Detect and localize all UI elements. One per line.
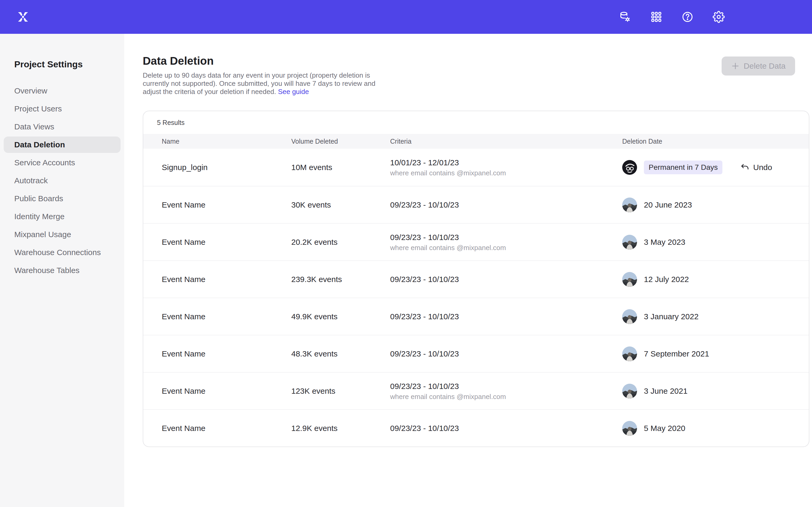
row-volume: 20.2K events: [291, 238, 390, 247]
photo-avatar: [622, 198, 637, 212]
delete-data-button-label: Delete Data: [744, 61, 785, 70]
illustrated-avatar: [622, 160, 637, 175]
photo-avatar: [622, 421, 637, 436]
page-title: Data Deletion: [143, 54, 379, 68]
row-criteria-range: 09/23/23 - 10/10/23: [390, 382, 622, 391]
page-description-text: Delete up to 90 days data for any event …: [143, 71, 375, 96]
sidebar-item-data-views[interactable]: Data Views: [4, 119, 120, 135]
deletion-date: 20 June 2023: [644, 201, 692, 209]
sidebar-item-identity-merge[interactable]: Identity Merge: [4, 208, 120, 225]
row-criteria: 09/23/23 - 10/10/23: [390, 312, 622, 321]
results-count: 5 Results: [143, 111, 809, 134]
row-criteria: 09/23/23 - 10/10/23 where email contains…: [390, 382, 622, 401]
row-name: Event Name: [162, 424, 291, 433]
help-icon[interactable]: [681, 11, 694, 23]
row-name: Event Name: [162, 201, 291, 209]
row-deletion-date: 7 September 2021: [622, 346, 809, 361]
sidebar-item-warehouse-connections[interactable]: Warehouse Connections: [4, 244, 120, 261]
row-deletion-date: Permanent in 7 DaysUndo: [622, 160, 809, 175]
photo-avatar: [622, 235, 637, 249]
deletion-date: 3 June 2021: [644, 387, 688, 396]
row-name: Event Name: [162, 387, 291, 396]
photo-avatar: [622, 384, 637, 398]
delete-data-button[interactable]: Delete Data: [722, 57, 795, 75]
row-name: Signup_login: [162, 163, 291, 172]
row-volume: 49.9K events: [291, 312, 390, 321]
row-volume: 239.3K events: [291, 275, 390, 284]
deletion-date: 5 May 2020: [644, 424, 686, 433]
column-header-deletion-date: Deletion Date: [622, 137, 809, 145]
sidebar-item-service-accounts[interactable]: Service Accounts: [4, 155, 120, 171]
table-header-row: NameVolume DeletedCriteriaDeletion Date: [143, 134, 809, 149]
mixpanel-logo: [16, 10, 30, 23]
sidebar-item-data-deletion[interactable]: Data Deletion: [4, 136, 120, 153]
plus-icon: [731, 62, 740, 70]
data-settings-icon[interactable]: [619, 11, 631, 23]
row-criteria: 09/23/23 - 10/10/23: [390, 424, 622, 433]
table-body: Signup_login 10M events 10/01/23 - 12/01…: [143, 149, 809, 447]
row-volume: 30K events: [291, 201, 390, 209]
row-criteria: 09/23/23 - 10/10/23: [390, 349, 622, 358]
page-description: Delete up to 90 days data for any event …: [143, 71, 379, 96]
row-volume: 123K events: [291, 387, 390, 396]
row-deletion-date: 12 July 2022: [622, 272, 809, 287]
table-row: Event Name 123K events 09/23/23 - 10/10/…: [143, 372, 809, 409]
main-content: Data Deletion Delete up to 90 days data …: [124, 34, 812, 507]
deletion-date: 12 July 2022: [644, 275, 689, 284]
sidebar-item-mixpanel-usage[interactable]: Mixpanel Usage: [4, 226, 120, 243]
deletion-date: 3 May 2023: [644, 238, 686, 247]
row-volume: 48.3K events: [291, 349, 390, 358]
sidebar-item-warehouse-tables[interactable]: Warehouse Tables: [4, 262, 120, 279]
row-deletion-date: 3 June 2021: [622, 384, 809, 398]
column-header-criteria: Criteria: [390, 137, 622, 145]
sidebar-title: Project Settings: [0, 59, 124, 69]
sidebar: Project Settings OverviewProject UsersDa…: [0, 34, 124, 507]
row-criteria-range: 09/23/23 - 10/10/23: [390, 233, 622, 242]
topbar: [0, 0, 812, 34]
row-volume: 12.9K events: [291, 424, 390, 433]
status-badge: Permanent in 7 Days: [644, 161, 722, 174]
row-name: Event Name: [162, 312, 291, 321]
row-deletion-date: 3 May 2023: [622, 235, 809, 249]
apps-grid-icon[interactable]: [650, 11, 662, 23]
undo-button[interactable]: Undo: [741, 163, 772, 172]
deletion-date: 3 January 2022: [644, 312, 699, 321]
row-criteria-filter: where email contains @mixpanel.com: [390, 169, 622, 177]
row-criteria: 09/23/23 - 10/10/23 where email contains…: [390, 233, 622, 251]
row-volume: 10M events: [291, 163, 390, 172]
table-row: Event Name 30K events 09/23/23 - 10/10/2…: [143, 186, 809, 223]
row-criteria-range: 09/23/23 - 10/10/23: [390, 275, 622, 284]
row-deletion-date: 20 June 2023: [622, 198, 809, 212]
row-criteria: 10/01/23 - 12/01/23 where email contains…: [390, 158, 622, 177]
row-criteria-range: 09/23/23 - 10/10/23: [390, 424, 622, 433]
table-row: Event Name 20.2K events 09/23/23 - 10/10…: [143, 223, 809, 260]
row-criteria-range: 09/23/23 - 10/10/23: [390, 349, 622, 358]
row-deletion-date: 3 January 2022: [622, 309, 809, 324]
sidebar-item-project-users[interactable]: Project Users: [4, 101, 120, 117]
row-criteria-range: 09/23/23 - 10/10/23: [390, 312, 622, 321]
table-row: Event Name 12.9K events 09/23/23 - 10/10…: [143, 409, 809, 447]
row-deletion-date: 5 May 2020: [622, 421, 809, 436]
sidebar-item-public-boards[interactable]: Public Boards: [4, 190, 120, 207]
row-criteria: 09/23/23 - 10/10/23: [390, 200, 622, 210]
photo-avatar: [622, 272, 637, 287]
sidebar-item-autotrack[interactable]: Autotrack: [4, 172, 120, 189]
page-heading-block: Data Deletion Delete up to 90 days data …: [143, 54, 379, 96]
undo-label: Undo: [753, 163, 772, 172]
column-header-volume-deleted: Volume Deleted: [291, 137, 390, 145]
sidebar-item-overview[interactable]: Overview: [4, 82, 120, 99]
deletion-date: 7 September 2021: [644, 349, 709, 358]
table-row: Signup_login 10M events 10/01/23 - 12/01…: [143, 149, 809, 186]
see-guide-link[interactable]: See guide: [278, 88, 309, 96]
row-criteria: 09/23/23 - 10/10/23: [390, 275, 622, 284]
main-header: Data Deletion Delete up to 90 days data …: [124, 34, 812, 96]
column-header-name: Name: [162, 137, 291, 145]
table-row: Event Name 239.3K events 09/23/23 - 10/1…: [143, 260, 809, 298]
topbar-icons: [619, 11, 725, 23]
settings-gear-icon[interactable]: [713, 11, 725, 23]
row-name: Event Name: [162, 349, 291, 358]
row-criteria-filter: where email contains @mixpanel.com: [390, 393, 622, 401]
row-criteria-filter: where email contains @mixpanel.com: [390, 244, 622, 251]
row-criteria-range: 09/23/23 - 10/10/23: [390, 200, 622, 210]
row-criteria-range: 10/01/23 - 12/01/23: [390, 158, 622, 167]
